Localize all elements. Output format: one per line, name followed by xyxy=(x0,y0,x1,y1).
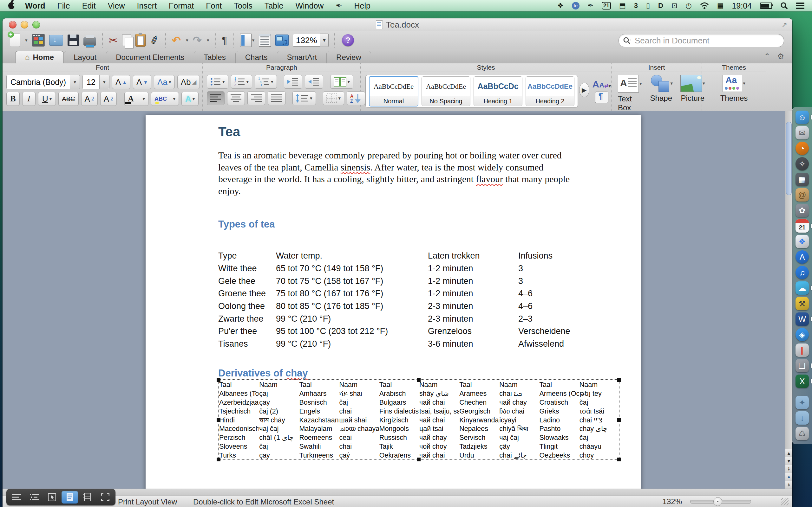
justify-button[interactable] xyxy=(268,91,286,105)
dock-item-excel[interactable]: X xyxy=(795,374,809,388)
style-card-no-spacing[interactable]: AaBbCcDdEeNo Spacing xyxy=(421,76,470,106)
selection-handle[interactable] xyxy=(417,458,420,461)
dock-item-dropbox[interactable]: ❖ xyxy=(795,234,809,248)
subscript-button[interactable]: A2 xyxy=(100,92,117,106)
font-color-button[interactable]: A▾ xyxy=(124,92,148,106)
tab-document-elements[interactable]: Document Elements xyxy=(106,51,194,63)
new-dropdown-button[interactable]: ▾ xyxy=(22,33,30,48)
dock-item-launchpad[interactable]: ✧ xyxy=(795,157,809,171)
change-styles-icon[interactable]: AA⇄▾ xyxy=(593,79,611,90)
page[interactable]: Tea Tea is an aromatic beverage commonly… xyxy=(146,115,641,489)
zoom-combo[interactable]: 132%▼ xyxy=(293,34,328,47)
underline-button[interactable]: U▾ xyxy=(38,92,56,106)
dock-item-applications-folder[interactable]: ✦ xyxy=(795,395,809,409)
minimize-button[interactable] xyxy=(20,21,28,29)
menu-format[interactable]: Format xyxy=(163,0,200,11)
strikethrough-button[interactable]: ABC xyxy=(58,92,78,106)
toolbar-toggle-button[interactable]: ↗ xyxy=(781,21,787,29)
shrink-font-button[interactable]: A▼ xyxy=(133,75,151,89)
notification-center-icon[interactable] xyxy=(796,3,804,9)
undo-button[interactable]: ↶ xyxy=(170,33,183,48)
input-menu-3-icon[interactable]: 3 xyxy=(634,0,638,11)
clear-formatting-button[interactable]: Ab◢ xyxy=(177,75,200,89)
title-bar[interactable]: Tea.docx ↗ xyxy=(3,18,792,32)
borders-button[interactable]: ▾ xyxy=(323,91,345,105)
dock-item-downloads-folder[interactable]: ↓ xyxy=(795,411,809,425)
vertical-scroll-thumb[interactable] xyxy=(786,122,792,195)
tab-tables[interactable]: Tables xyxy=(194,51,235,63)
next-page-button[interactable]: ⇟ xyxy=(785,481,792,489)
focus-view-button[interactable] xyxy=(97,491,113,504)
highlight-button[interactable]: ABC▾ xyxy=(151,92,179,106)
dropbox-icon[interactable]: ❖ xyxy=(557,0,564,11)
selection-handle[interactable] xyxy=(617,458,621,461)
spotlight-icon[interactable] xyxy=(780,2,788,9)
publishing-layout-button[interactable] xyxy=(44,491,60,504)
dock-item-trash[interactable]: ♺ xyxy=(795,427,809,441)
collapse-ribbon-icon[interactable]: ⌃ xyxy=(764,52,770,61)
font-size-select[interactable]: 12▾ xyxy=(83,75,109,89)
iphone-sync-icon[interactable]: ▯ xyxy=(646,0,650,11)
zoom-stepper[interactable]: ▼ xyxy=(320,34,328,47)
decrease-indent-button[interactable] xyxy=(284,75,302,89)
dock-item-calendar[interactable]: 21 xyxy=(795,219,809,233)
close-button[interactable] xyxy=(9,21,16,29)
scroll-up-button[interactable]: ▲ xyxy=(785,449,792,457)
layout-panel-button[interactable]: ▾ xyxy=(238,33,257,48)
superscript-button[interactable]: A2 xyxy=(81,92,98,106)
browse-object-button[interactable]: ● xyxy=(785,473,792,481)
selection-handle[interactable] xyxy=(217,418,220,422)
menu-tools[interactable]: Tools xyxy=(228,0,258,11)
cut-button[interactable]: ✂ xyxy=(107,33,120,48)
selection-handle[interactable] xyxy=(417,378,420,382)
selection-handle[interactable] xyxy=(217,458,220,461)
print-button[interactable] xyxy=(81,33,98,48)
dock-item-firefox[interactable]: ◔ xyxy=(795,141,809,155)
help-button[interactable]: ? xyxy=(342,34,354,46)
apple-menu-icon[interactable] xyxy=(8,2,14,9)
open-button[interactable] xyxy=(47,33,65,48)
horizontal-scrollbar[interactable] xyxy=(3,489,792,496)
style-card-heading-2[interactable]: AaBbCcDdEeHeading 2 xyxy=(525,76,574,106)
change-case-button[interactable]: Aa▾ xyxy=(154,75,174,89)
display-arrangement-icon[interactable]: ⬒ xyxy=(619,0,626,11)
dock-item-iphoto[interactable]: ✿ xyxy=(795,204,809,217)
draft-view-button[interactable] xyxy=(8,491,25,504)
align-left-button[interactable] xyxy=(207,91,224,105)
tab-smartart[interactable]: SmartArt xyxy=(277,51,326,63)
style-card-heading-1[interactable]: AaBbCcDcHeading 1 xyxy=(473,76,522,106)
dock-item-contacts[interactable]: @ xyxy=(795,188,809,202)
previous-page-button[interactable]: ⇞ xyxy=(785,465,792,473)
line-spacing-button[interactable]: ▾ xyxy=(293,91,316,105)
selection-handle[interactable] xyxy=(617,378,621,382)
dock-item-preview[interactable]: ❏ xyxy=(795,359,809,373)
numbering-button[interactable]: 123 ▾ xyxy=(231,75,252,89)
styles-pane-icon[interactable] xyxy=(595,92,608,103)
media-browser-button[interactable] xyxy=(273,33,291,48)
multilevel-list-button[interactable]: 1ai ▾ xyxy=(255,75,277,89)
menu-word[interactable]: Word xyxy=(19,0,51,11)
align-center-button[interactable] xyxy=(227,91,245,105)
align-right-button[interactable] xyxy=(247,91,265,105)
menu-view[interactable]: View xyxy=(102,0,131,11)
undo-dropdown-button[interactable]: ▾ xyxy=(183,33,191,48)
dock-item-mail[interactable]: ✉ xyxy=(795,126,809,140)
reference-toolbox-button[interactable] xyxy=(257,33,273,48)
save-button[interactable] xyxy=(65,33,81,48)
paste-button[interactable] xyxy=(133,33,148,48)
mobile-sync-icon[interactable]: ▦ xyxy=(717,0,724,11)
menu-edit[interactable]: Edit xyxy=(76,0,102,11)
new-document-button[interactable]: + xyxy=(8,33,22,48)
tab-review[interactable]: Review xyxy=(326,51,371,63)
italic-button[interactable]: I xyxy=(22,92,36,106)
redo-dropdown-button[interactable]: ▾ xyxy=(204,33,212,48)
menubar-clock[interactable]: 19:04 xyxy=(732,1,752,10)
themes-button[interactable]: ▾ Themes xyxy=(718,75,751,103)
styles-more-button[interactable]: ▶ xyxy=(579,83,589,97)
copy-button[interactable] xyxy=(120,33,133,48)
menu-help[interactable]: Help xyxy=(348,0,376,11)
calendar-21-icon[interactable]: 21 xyxy=(602,2,611,9)
tab-layout[interactable]: Layout xyxy=(64,51,106,63)
shape-button[interactable]: ▾ Shape xyxy=(647,75,676,103)
print-layout-button[interactable] xyxy=(61,491,78,504)
